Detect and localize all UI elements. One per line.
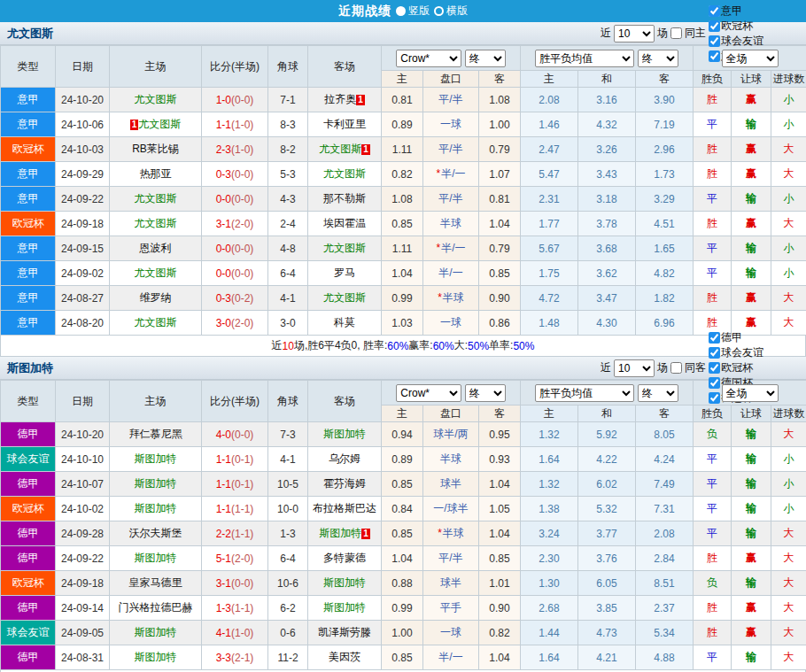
avg-away-odds: 5.34 — [636, 621, 694, 645]
radio-unselected-icon[interactable] — [434, 6, 444, 16]
match-period-select[interactable]: 全场 — [722, 50, 779, 67]
league-filter[interactable]: 欧冠杯 — [709, 19, 763, 34]
league-checkbox[interactable] — [709, 392, 720, 404]
home-team-cell: 斯图加特 — [110, 497, 202, 521]
corner-count: 3-0 — [268, 311, 308, 336]
avg-draw-odds: 3.77 — [578, 521, 636, 546]
fulltime-score: 5-1 — [216, 552, 231, 565]
team-name: 斯图加特 — [319, 527, 361, 539]
team-name-heading: 斯图加特 — [7, 360, 53, 376]
league-checkbox[interactable] — [709, 377, 720, 389]
layout-option-vertical[interactable]: 竖版 — [396, 4, 430, 19]
team-name: 尤文图斯 — [323, 242, 366, 254]
avg-away-odds: 1.65 — [636, 236, 694, 261]
match-date: 24-10-07 — [56, 472, 110, 497]
handicap-line: 平/半 — [423, 137, 479, 162]
corner-count: 8-3 — [268, 112, 308, 137]
result-goals: 小 — [771, 472, 806, 497]
league-type-badge: 德甲 — [1, 596, 56, 621]
match-period-select[interactable]: 全场 — [722, 384, 779, 402]
handicap-text: 半球 — [440, 217, 461, 229]
match-date: 24-09-18 — [56, 571, 110, 596]
page-title: 近期战绩 — [338, 4, 391, 19]
home-team-cell: 斯图加特 — [110, 447, 202, 472]
avg-draw-odds: 5.32 — [578, 497, 636, 521]
league-filter-label: 德甲 — [721, 330, 742, 345]
league-checkbox[interactable] — [709, 332, 720, 344]
summary-segment: 50% — [513, 340, 534, 352]
league-type-badge: 意甲 — [1, 236, 56, 261]
away-team-cell: 斯图加特1 — [308, 521, 382, 546]
league-checkbox[interactable] — [709, 5, 720, 17]
score-cell: 3-1(0-0) — [202, 571, 268, 596]
match-row: 欧冠杯24-10-03RB莱比锡2-3(1-0)8-2尤文图斯11.11平/半0… — [1, 137, 806, 162]
fulltime-score: 1-1 — [216, 119, 231, 131]
bookmaker-select[interactable]: Crow* — [396, 384, 461, 402]
radio-selected-icon[interactable] — [396, 6, 406, 16]
home-team-cell: 尤文图斯 — [110, 88, 202, 112]
result-handicap: 赢 — [732, 88, 771, 112]
result-goals: 小 — [771, 187, 806, 212]
summary-segment: 赢率: — [408, 338, 432, 353]
match-date: 24-08-20 — [56, 311, 110, 336]
league-filter[interactable]: 欧冠杯 — [709, 360, 763, 375]
home-team-cell: 斯图加特 — [110, 546, 202, 571]
odds-away: 1.05 — [479, 497, 521, 521]
match-date: 24-10-02 — [56, 497, 110, 521]
league-checkbox[interactable] — [709, 20, 720, 32]
subheader-cell: 让球 — [732, 406, 771, 422]
league-filter[interactable]: 球会友谊 — [709, 345, 763, 360]
match-count-select[interactable]: 10 — [614, 359, 655, 377]
league-checkbox[interactable] — [709, 50, 720, 62]
odds-time-select[interactable]: 终 — [465, 50, 506, 67]
avg-away-odds: 1.82 — [636, 286, 694, 311]
layout-option-horizontal[interactable]: 横版 — [434, 4, 468, 19]
handicap-text: 球半 — [440, 477, 461, 490]
result-handicap: 输 — [732, 187, 771, 212]
corner-count: 11-2 — [268, 645, 308, 670]
score-cell: 1-1(0-1) — [202, 472, 268, 497]
halftime-score: (0-0) — [231, 267, 253, 280]
games-label: 场 — [657, 26, 668, 41]
score-cell: 0-0(0-0) — [202, 261, 268, 286]
match-count-select[interactable]: 10 — [614, 25, 655, 42]
odds-home: 1.00 — [382, 621, 423, 645]
odds-away: 0.82 — [479, 621, 521, 645]
league-filter[interactable]: 球会友谊 — [709, 34, 763, 49]
avg-type-select[interactable]: 胜平负均值 — [535, 384, 634, 402]
result-handicap: 赢 — [732, 286, 771, 311]
result-goals: 大 — [771, 621, 806, 645]
subheader-cell: 客 — [636, 71, 694, 88]
same-venue-checkbox[interactable] — [670, 362, 682, 374]
match-row: 德甲24-09-28沃尔夫斯堡2-2(1-1)1-3斯图加特10.85*半球1.… — [1, 521, 806, 546]
same-venue-checkbox[interactable] — [670, 27, 682, 39]
league-checkbox[interactable] — [709, 35, 720, 47]
bookmaker-select[interactable]: Crow* — [396, 50, 461, 67]
team-name: 凯泽斯劳滕 — [318, 626, 371, 638]
league-filter[interactable]: 德甲 — [709, 330, 763, 345]
fulltime-score: 0-3 — [216, 168, 231, 181]
avg-time-select[interactable]: 终 — [638, 384, 678, 402]
match-date: 24-09-14 — [56, 596, 110, 621]
match-date: 24-09-22 — [56, 187, 110, 212]
league-checkbox[interactable] — [709, 362, 720, 374]
odds-away: 1.00 — [479, 112, 521, 137]
avg-home-odds: 1.75 — [521, 261, 578, 286]
away-team-cell: 那不勒斯 — [308, 187, 382, 212]
handicap-text: 平/半 — [438, 93, 462, 105]
section-header-bar: 斯图加特 近 10 场 同客 德甲球会友谊欧冠杯德国杯德超杯 — [0, 357, 806, 380]
odds-away: 0.79 — [479, 137, 521, 162]
avg-home-odds: 1.30 — [521, 571, 578, 596]
odds-home: 0.88 — [382, 571, 423, 596]
avg-time-select[interactable]: 终 — [638, 50, 678, 67]
league-filter[interactable]: 意甲 — [709, 4, 763, 19]
match-row: 球会友谊24-10-10斯图加特1-1(0-1)4-1乌尔姆0.89半球0.93… — [1, 447, 806, 472]
home-team-cell: 尤文图斯 — [110, 261, 202, 286]
league-checkbox[interactable] — [709, 347, 720, 359]
avg-draw-odds: 4.32 — [578, 112, 636, 137]
odds-time-select[interactable]: 终 — [465, 384, 506, 402]
avg-type-select[interactable]: 胜平负均值 — [535, 50, 634, 67]
near-label: 近 — [601, 26, 611, 41]
corner-count: 10-6 — [268, 571, 308, 596]
odds-away: 1.01 — [479, 571, 521, 596]
